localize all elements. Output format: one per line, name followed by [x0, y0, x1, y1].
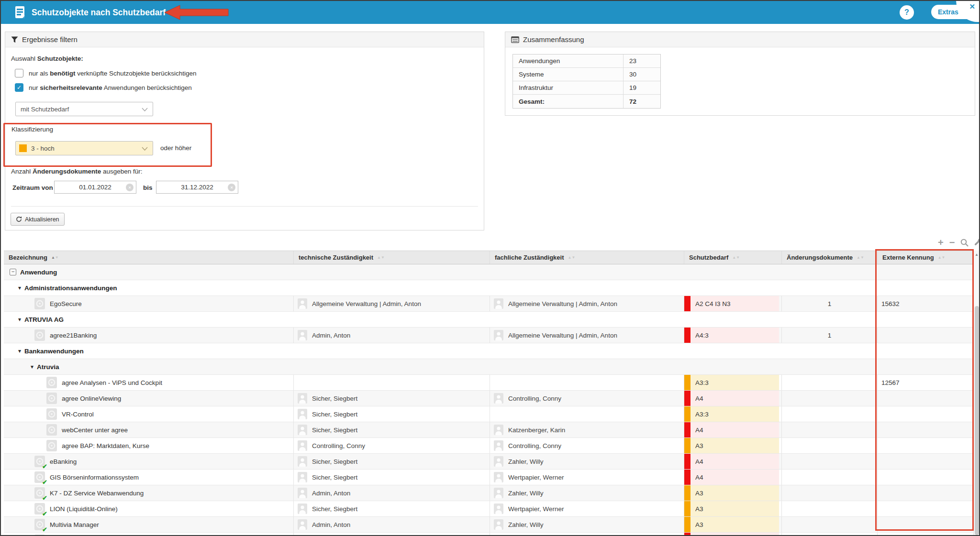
- table-group-row[interactable]: −Anwendung: [4, 264, 973, 280]
- table-row[interactable]: ✔GIS BörseninformationssystemSicher, Sie…: [4, 470, 973, 485]
- table-row[interactable]: WPDirect / WP2Allgemeine Verwaltung | Ad…: [4, 533, 973, 536]
- collapse-triangle-icon[interactable]: ▾: [18, 348, 21, 354]
- responsible-technical: Admin, Anton: [312, 521, 350, 528]
- column-header-aenderungsdokumente[interactable]: Änderungsdokumente ▲▼: [782, 251, 878, 264]
- checkbox-unchecked-icon[interactable]: [15, 69, 23, 77]
- sort-icons[interactable]: ▲▼: [568, 256, 575, 260]
- checkbox-sicherheitsrelevante[interactable]: ✓ nur sicherheitsrelevante Anwendungen b…: [15, 83, 192, 92]
- close-button[interactable]: ✕: [969, 2, 975, 11]
- object-name: EgoSecure: [50, 300, 82, 307]
- severity-bar: [684, 533, 690, 536]
- collapse-triangle-icon[interactable]: ▾: [31, 363, 33, 370]
- sort-icons[interactable]: ▲▼: [857, 256, 864, 260]
- sort-icons[interactable]: ▲▼: [377, 256, 385, 260]
- aktualisieren-button[interactable]: Aktualisieren: [11, 213, 65, 226]
- search-icon[interactable]: [960, 239, 969, 247]
- responsible-functional: Katzenberger, Karin: [508, 427, 565, 434]
- table-row[interactable]: agree BAP: Marktdaten, KurseControlling,…: [4, 438, 973, 454]
- table-row[interactable]: VR-ControlSicher, SiegbertA3:3: [4, 406, 973, 422]
- schutzbedarf-value: A3: [690, 517, 779, 532]
- results-table: Bezeichnung ▲▼ technische Zuständigkeit …: [4, 251, 973, 536]
- annotation-arrow: [163, 3, 230, 22]
- object-name: K7 - DZ Service Webanwendung: [50, 490, 144, 497]
- klassifizierung-select[interactable]: 3 - hoch: [15, 141, 153, 155]
- collapse-icon[interactable]: −: [10, 269, 16, 275]
- column-header-externe-kennung[interactable]: Externe Kennung ▲▼: [878, 251, 973, 264]
- group-label: Atruvia: [37, 363, 59, 371]
- scroll-up-icon[interactable]: ▲: [975, 252, 979, 257]
- sort-icons[interactable]: ▲▼: [938, 256, 946, 260]
- collapse-triangle-icon[interactable]: ▾: [18, 284, 21, 291]
- schutzbedarf-value: A3: [690, 438, 779, 453]
- table-row[interactable]: agree21BankingAdmin, AntonAllgemeine Ver…: [4, 328, 973, 343]
- application-window: Schutzobjekte nach Schutzbedarf ? Extras…: [0, 0, 980, 536]
- application-icon: ✔: [34, 471, 45, 483]
- table-group-row[interactable]: ▾Administrationsanwendungen: [4, 280, 973, 296]
- object-name: webCenter unter agree: [62, 427, 128, 434]
- table-row[interactable]: agree OnlineViewingSicher, SiegbertContr…: [4, 391, 973, 406]
- filter-panel: Ergebnisse filtern Auswahl Schutzobjekte…: [5, 32, 484, 230]
- table-row[interactable]: agree Analysen - ViPS und CockpitA3:3125…: [4, 375, 973, 391]
- column-header-technische-zustaendigkeit[interactable]: technische Zuständigkeit ▲▼: [294, 251, 490, 264]
- responsible-technical: Admin, Anton: [312, 332, 350, 339]
- filter-panel-header: Ergebnisse filtern: [5, 32, 484, 47]
- table-row[interactable]: ✔LION (Liquidität-Online)Sicher, Siegber…: [4, 501, 973, 517]
- responsible-functional: Controlling, Conny: [508, 442, 561, 449]
- date-from-input[interactable]: 01.01.2022 ✕: [54, 181, 136, 194]
- checkbox-checked-icon[interactable]: ✓: [15, 83, 23, 92]
- column-header-bezeichnung[interactable]: Bezeichnung ▲▼: [4, 251, 294, 264]
- summary-row: Systeme30: [513, 68, 660, 81]
- table-row[interactable]: ✔eBankingSicher, SiegbertZahler, WillyA4: [4, 454, 973, 470]
- person-icon: [298, 488, 307, 498]
- column-header-schutzbedarf[interactable]: Schutzbedarf ▲▼: [684, 251, 782, 264]
- person-icon: [494, 298, 503, 309]
- clear-icon[interactable]: ✕: [126, 184, 134, 191]
- table-row[interactable]: EgoSecureAllgemeine Verwaltung | Admin, …: [4, 296, 973, 312]
- panel-title: Zusammenfassung: [523, 35, 584, 44]
- schutzbedarf-value: A3:3: [690, 375, 779, 390]
- object-name: VR-Control: [62, 411, 94, 418]
- extras-label: Extras: [938, 8, 958, 16]
- person-icon: [494, 488, 503, 498]
- table-row[interactable]: ✔K7 - DZ Service WebanwendungAdmin, Anto…: [4, 485, 973, 501]
- application-icon: [34, 298, 45, 309]
- column-header-fachliche-zustaendigkeit[interactable]: fachliche Zuständigkeit ▲▼: [490, 251, 684, 264]
- table-group-row[interactable]: ▾ATRUVIA AG: [4, 312, 973, 328]
- clear-icon[interactable]: ✕: [228, 184, 235, 191]
- scrollbar-thumb[interactable]: [975, 306, 979, 535]
- table-group-row[interactable]: ▾Bankanwendungen: [4, 343, 973, 359]
- chevron-down-icon: [142, 108, 148, 111]
- check-icon: ✔: [42, 510, 47, 516]
- vertical-scrollbar[interactable]: ▲: [973, 251, 980, 536]
- schutzbedarf-select[interactable]: mit Schutzbedarf: [15, 102, 153, 116]
- person-icon: [298, 298, 307, 309]
- person-icon: [494, 456, 503, 467]
- object-name: Multivia Manager: [50, 521, 99, 528]
- checkbox-benoetigt[interactable]: nur als benötigt verknüpfte Schutzobjekt…: [15, 69, 196, 77]
- externe-kennung: 12567: [878, 379, 900, 386]
- date-to-input[interactable]: 31.12.2022 ✕: [156, 181, 238, 194]
- application-icon: ✔: [34, 487, 45, 499]
- settings-wrench-icon[interactable]: [974, 239, 980, 247]
- help-button[interactable]: ?: [900, 5, 914, 20]
- application-icon: ✔: [34, 519, 45, 530]
- application-icon: [46, 377, 57, 388]
- summary-row: Anwendungen23: [513, 55, 660, 68]
- expand-all-icon[interactable]: +: [938, 238, 944, 247]
- application-icon: [46, 440, 57, 451]
- sort-icons[interactable]: ▲▼: [732, 256, 740, 260]
- person-icon: [494, 425, 503, 435]
- column-label: Externe Kennung: [882, 254, 934, 261]
- check-icon: ✔: [42, 526, 47, 532]
- schutzbedarf-value: A3:3: [690, 406, 779, 422]
- table-row[interactable]: ✔Multivia ManagerAdmin, AntonZahler, Wil…: [4, 517, 973, 533]
- collapse-all-icon[interactable]: −: [949, 238, 955, 247]
- person-icon: [298, 456, 307, 467]
- table-row[interactable]: webCenter unter agreeSicher, SiegbertKat…: [4, 422, 973, 438]
- sort-icons[interactable]: ▲▼: [51, 256, 59, 260]
- collapse-triangle-icon[interactable]: ▾: [18, 316, 21, 323]
- table-group-row[interactable]: ▾Atruvia: [4, 359, 973, 375]
- responsible-functional: Zahler, Willy: [508, 490, 544, 497]
- severity-bar: [684, 375, 690, 390]
- schutzbedarf-value: A4: [690, 454, 779, 469]
